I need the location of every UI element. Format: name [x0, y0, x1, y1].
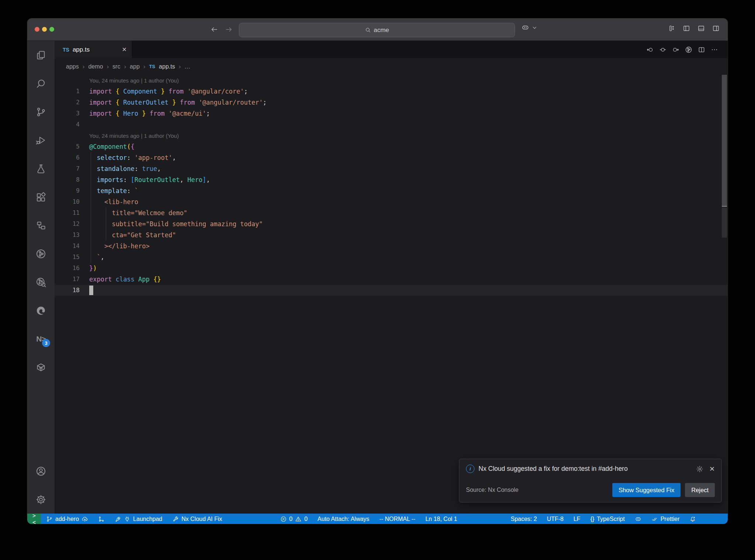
code-line-1[interactable]: 1import { Component } from '@angular/cor… [55, 86, 728, 97]
activity-settings-gear-icon[interactable] [27, 485, 55, 514]
git-graph-status[interactable] [98, 516, 105, 522]
code-line-17[interactable]: 17export class App {} [55, 274, 728, 285]
close-window-button[interactable] [35, 27, 39, 32]
breadcrumb-file[interactable]: app.ts [159, 63, 175, 70]
code-line-12[interactable]: 12 subtitle="Build something amazing tod… [55, 218, 728, 230]
blame-codelens[interactable]: You, 24 minutes ago | 1 author (You) [55, 75, 728, 86]
nx-graph-circle-icon[interactable] [685, 46, 692, 53]
code-line-2[interactable]: 2import { RouterOutlet } from '@angular/… [55, 97, 728, 108]
code-line-7[interactable]: 7 standalone: true, [55, 163, 728, 174]
toggle-primary-sidebar-icon[interactable] [683, 25, 690, 32]
vim-mode-status[interactable]: -- NORMAL -- [379, 516, 415, 522]
line-number: 15 [55, 252, 80, 263]
notification-close-icon[interactable]: ✕ [709, 465, 715, 473]
nav-back-icon[interactable] [646, 46, 654, 53]
code-editor[interactable]: You, 24 minutes ago | 1 author (You)1imp… [55, 75, 728, 514]
copilot-status[interactable] [635, 516, 641, 522]
more-actions-icon[interactable] [711, 46, 718, 53]
nav-current-icon[interactable] [659, 46, 667, 53]
activity-search-icon[interactable] [27, 69, 55, 98]
nav-forward-icon[interactable] [672, 46, 679, 53]
tab-app-ts[interactable]: TS app.ts ✕ [55, 41, 132, 58]
branch-icon [46, 516, 53, 522]
code-line-6[interactable]: 6 selector: 'app-root', [55, 152, 728, 163]
breadcrumb-item-src[interactable]: src [112, 63, 120, 70]
customize-layout-icon[interactable] [668, 25, 675, 32]
activity-edge-tools-icon[interactable] [27, 296, 55, 325]
activity-accounts-icon[interactable] [27, 457, 55, 485]
indentation-status[interactable]: Spaces: 2 [511, 516, 537, 522]
activity-explorer-icon[interactable] [27, 41, 55, 69]
activity-nx-project-search-icon[interactable] [27, 268, 55, 296]
launchpad-status[interactable]: Launchpad [115, 516, 162, 522]
code-line-4[interactable]: 4 [55, 119, 728, 130]
activity-nx-console-icon[interactable]: N>3 [27, 325, 55, 353]
code-line-14[interactable]: 14 ></lib-hero> [55, 241, 728, 252]
history-back-icon[interactable] [210, 25, 218, 34]
toggle-panel-icon[interactable] [697, 25, 705, 32]
cursor-position-status[interactable]: Ln 18, Col 1 [425, 516, 457, 522]
search-icon [35, 78, 46, 89]
notifications-bell[interactable] [689, 516, 696, 522]
split-editor-icon[interactable] [698, 46, 705, 53]
encoding-status[interactable]: UTF-8 [547, 516, 563, 522]
problems-status[interactable]: 00 [280, 516, 308, 522]
breadcrumb-item-apps[interactable]: apps [66, 63, 79, 70]
branch-status[interactable]: add-hero [46, 516, 88, 522]
activity-hierarchy-icon[interactable] [27, 211, 55, 239]
breadcrumb-item-demo[interactable]: demo [88, 63, 103, 70]
status-label: Ln 18, Col 1 [425, 516, 457, 522]
auto-attach-status[interactable]: Auto Attach: Always [317, 516, 369, 522]
code-line-15[interactable]: 15 `, [55, 252, 728, 263]
typescript-file-icon: TS [149, 64, 155, 69]
code-line-8[interactable]: 8 imports: [RouterOutlet, Hero], [55, 174, 728, 185]
code-line-3[interactable]: 3import { Hero } from '@acme/ui'; [55, 108, 728, 119]
command-center-search[interactable]: acme [239, 23, 515, 37]
notification-toast: i Nx Cloud suggested a fix for demo:test… [459, 459, 722, 503]
code-text: standalone: true, [89, 163, 161, 174]
activity-extensions-icon[interactable] [27, 183, 55, 211]
code-line-11[interactable]: 11 title="Welcmoe demo" [55, 207, 728, 218]
minimize-window-button[interactable] [42, 27, 47, 32]
settings-gear-icon [35, 494, 46, 505]
code-text: `, [89, 252, 104, 263]
code-line-10[interactable]: 10 <lib-hero [55, 196, 728, 207]
remote-indicator[interactable]: >< [27, 514, 41, 524]
activity-source-control-icon[interactable] [27, 98, 55, 126]
breadcrumb-overflow[interactable]: … [184, 63, 190, 70]
breadcrumb-separator: › [83, 63, 85, 70]
code-line-13[interactable]: 13 cta="Get Started" [55, 230, 728, 241]
language-status[interactable]: {}TypeScript [590, 516, 624, 522]
code-line-9[interactable]: 9 template: ` [55, 185, 728, 196]
line-number: 17 [55, 274, 80, 285]
status-label: UTF-8 [547, 516, 563, 522]
show-suggested-fix-button[interactable]: Show Suggested Fix [612, 483, 681, 497]
code-line-16[interactable]: 16}) [55, 263, 728, 274]
prettier-status[interactable]: Prettier [651, 516, 680, 522]
breadcrumb-item-app[interactable]: app [130, 63, 140, 70]
breadcrumb-separator: › [124, 63, 126, 70]
reject-button[interactable]: Reject [685, 483, 715, 497]
activity-containers-icon[interactable] [27, 353, 55, 381]
status-bar: >< add-heroLaunchpadNx Cloud AI Fix00Aut… [27, 514, 728, 524]
titlebar: acme [27, 18, 728, 41]
scrollbar-thumb[interactable] [722, 75, 727, 206]
activity-nx-project-graph-icon[interactable] [27, 239, 55, 268]
notification-settings-gear-icon[interactable] [696, 465, 703, 473]
nx-cloud-ai-fix-status[interactable]: Nx Cloud AI Fix [172, 516, 222, 522]
activity-testing-icon[interactable] [27, 154, 55, 183]
history-forward-icon[interactable] [225, 25, 233, 34]
code-text: title="Welcmoe demo" [89, 207, 187, 218]
status-label: Spaces: 2 [511, 516, 537, 522]
copilot-menu[interactable] [521, 24, 537, 32]
line-number: 10 [55, 196, 80, 207]
zoom-window-button[interactable] [49, 27, 54, 32]
close-tab-icon[interactable]: ✕ [122, 46, 127, 53]
eol-status[interactable]: LF [574, 516, 581, 522]
activity-run-and-debug-icon[interactable] [27, 126, 55, 154]
blame-codelens[interactable]: You, 24 minutes ago | 1 author (You) [55, 130, 728, 141]
code-line-18[interactable]: 18 [55, 285, 728, 296]
scrollbar-cursor-marker [722, 206, 727, 207]
toggle-secondary-sidebar-icon[interactable] [712, 25, 720, 32]
code-line-5[interactable]: 5@Component({ [55, 141, 728, 152]
